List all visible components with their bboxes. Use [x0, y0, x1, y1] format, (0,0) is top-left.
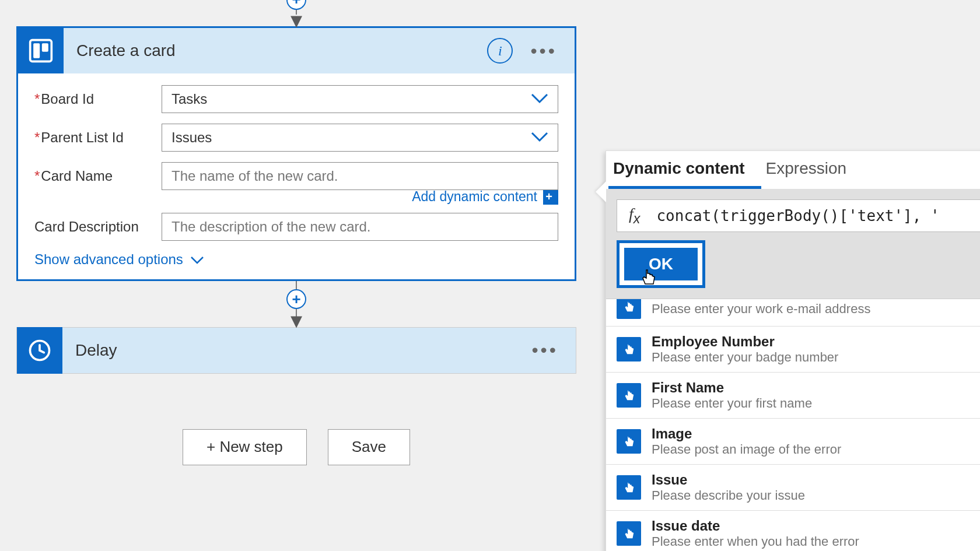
touch-icon	[617, 429, 641, 454]
svg-rect-2	[42, 44, 48, 52]
connector-mid: + ▼	[16, 281, 576, 327]
parent-list-id-label: *Parent List Id	[34, 124, 162, 146]
delay-title: Delay	[62, 341, 531, 360]
list-item[interactable]: Email Please enter your work e-mail addr…	[606, 299, 980, 327]
expression-input-wrap[interactable]: fx	[617, 199, 980, 232]
ok-button[interactable]: OK	[624, 248, 698, 280]
add-dynamic-content-link[interactable]: Add dynamic content +	[412, 189, 558, 205]
ellipsis-icon[interactable]: •••	[530, 40, 557, 62]
list-item[interactable]: Issue date Please enter when you had the…	[606, 511, 980, 551]
tab-expression[interactable]: Expression	[761, 151, 863, 189]
add-step-button[interactable]: +	[286, 289, 306, 309]
panel-pointer-icon	[596, 181, 606, 202]
list-item[interactable]: Issue Please describe your issue	[606, 465, 980, 511]
parent-list-id-select[interactable]: Issues	[162, 124, 558, 152]
new-step-button[interactable]: + New step	[183, 429, 307, 465]
list-item[interactable]: Image Please post an image of the error	[606, 419, 980, 465]
board-id-label: *Board Id	[34, 85, 162, 107]
board-id-select[interactable]: Tasks	[162, 85, 558, 113]
trello-icon	[18, 28, 64, 73]
clock-icon	[17, 327, 62, 374]
chevron-down-icon	[531, 91, 548, 107]
add-step-top[interactable]	[286, 0, 306, 10]
chevron-down-icon	[531, 129, 548, 146]
expression-input[interactable]	[656, 207, 979, 224]
touch-icon	[617, 521, 641, 546]
card-description-label: Card Description	[34, 213, 162, 235]
save-button[interactable]: Save	[328, 429, 410, 465]
list-item[interactable]: First Name Please enter your first name	[606, 373, 980, 419]
arrow-down-icon: ▼	[286, 15, 306, 26]
plus-icon: +	[543, 189, 558, 205]
step-title: Create a card	[64, 41, 487, 60]
touch-icon	[617, 383, 641, 408]
touch-icon	[617, 337, 641, 362]
step-header[interactable]: Create a card i •••	[18, 28, 575, 73]
info-icon[interactable]: i	[487, 38, 513, 64]
connector-top: ▼	[16, 0, 576, 26]
dynamic-content-list: Email Please enter your work e-mail addr…	[606, 299, 980, 551]
card-name-label: *Card Name	[34, 162, 162, 184]
list-item[interactable]: Employee Number Please enter your badge …	[606, 327, 980, 373]
delay-step[interactable]: Delay •••	[16, 327, 576, 374]
arrow-down-icon: ▼	[286, 315, 306, 327]
show-advanced-options[interactable]: Show advanced options	[34, 251, 558, 268]
tab-dynamic-content[interactable]: Dynamic content	[608, 151, 761, 189]
touch-icon	[617, 475, 641, 500]
dynamic-content-panel: Dynamic content Expression fx OK Email P…	[606, 150, 980, 551]
fx-icon: fx	[629, 205, 640, 227]
card-description-input[interactable]: The description of the new card.	[162, 213, 558, 241]
svg-rect-1	[33, 44, 40, 59]
chevron-down-icon	[190, 251, 204, 268]
card-name-input[interactable]: The name of the new card.	[162, 162, 558, 190]
ellipsis-icon[interactable]: •••	[531, 339, 558, 361]
ok-highlight: OK	[617, 240, 705, 288]
create-card-step: Create a card i ••• *Board Id Tasks *Par…	[16, 26, 576, 281]
